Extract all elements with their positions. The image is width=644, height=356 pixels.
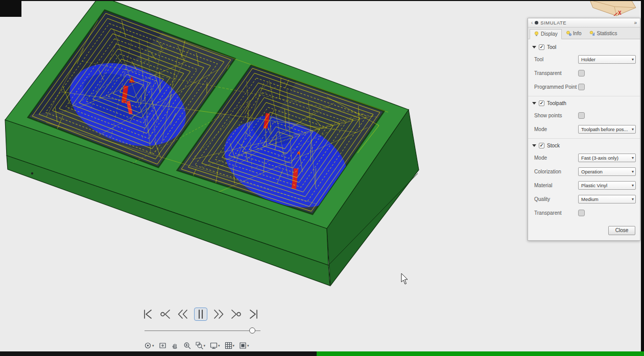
show-points-checkbox[interactable] (578, 112, 585, 119)
tab-info[interactable]: Info (562, 29, 586, 39)
step-back-button[interactable] (177, 308, 189, 320)
display-settings-icon (210, 342, 218, 349)
timeline-track[interactable] (145, 330, 260, 331)
section-header-stock[interactable]: Stock (528, 140, 640, 151)
window-corner-block (0, 0, 21, 17)
quality-select[interactable]: Medium ▾ (578, 195, 636, 204)
section-divider (528, 96, 640, 96)
viewports-icon (239, 342, 247, 349)
panel-body: Tool Tool Holder ▾ Transparent Programme… (528, 39, 640, 240)
row-programmed-point: Programmed Point (528, 80, 640, 94)
chevron-down-icon: ▾ (632, 169, 634, 174)
simulation-timeline[interactable] (145, 327, 260, 334)
section-title-tool: Tool (547, 44, 556, 50)
panel-collapse-icon[interactable]: ‹ (531, 20, 533, 26)
toolpath-mode-select[interactable]: Toolpath before pos... ▾ (578, 125, 636, 134)
panel-tabs: Display Info Statistics (528, 28, 640, 39)
colorization-value: Operation (581, 169, 632, 174)
chevron-down-icon: ▾ (632, 197, 634, 201)
viewports-button[interactable]: ▾ (238, 341, 250, 350)
colorization-select[interactable]: Operation ▾ (578, 167, 636, 176)
skip-to-end-button[interactable] (247, 308, 259, 320)
programmed-point-checkbox[interactable] (578, 84, 585, 90)
info-tab-icon (566, 31, 571, 36)
tool-transparent-label: Transparent (534, 70, 578, 76)
quality-value: Medium (581, 196, 632, 202)
grid-settings-button[interactable]: ▾ (224, 341, 235, 350)
next-operation-button[interactable] (230, 308, 242, 320)
material-value: Plastic Vinyl (581, 183, 632, 188)
pan-button[interactable] (171, 341, 179, 350)
simulate-panel-header[interactable]: ‹ SIMULATE » (528, 18, 640, 28)
collapse-triangle-icon[interactable] (532, 144, 536, 147)
material-select[interactable]: Plastic Vinyl ▾ (578, 181, 636, 190)
zoom-window-button[interactable]: ▾ (195, 341, 206, 350)
row-show-points: Show points (528, 109, 640, 122)
toolpath-mode-value: Toolpath before pos... (581, 126, 632, 132)
skip-to-end-icon (247, 308, 259, 320)
skip-to-start-button[interactable] (142, 308, 154, 320)
tab-display-label: Display (541, 31, 558, 37)
toolpath-mode-label: Mode (534, 126, 578, 132)
previous-operation-icon (159, 308, 172, 320)
tab-display[interactable]: Display (530, 29, 562, 39)
zoom-button[interactable] (183, 341, 192, 350)
stock-transparent-label: Transparent (534, 210, 578, 216)
section-header-toolpath[interactable]: Toolpath (528, 97, 640, 109)
section-title-stock: Stock (547, 143, 560, 148)
chevron-down-icon: ▾ (632, 127, 634, 132)
panel-expand-icon[interactable]: » (634, 20, 637, 26)
row-toolpath-mode: Mode Toolpath before pos... ▾ (528, 122, 640, 136)
show-points-label: Show points (534, 113, 578, 118)
stock-mode-value: Fast (3-axis only) (581, 155, 632, 161)
material-label: Material (534, 183, 578, 188)
tool-select-value: Holder (581, 57, 632, 62)
fusion-cam-simulation-window: X ‹ SIMULATE » Display (0, 0, 644, 356)
stock-section-checkbox[interactable] (539, 143, 544, 148)
pause-button[interactable] (194, 308, 207, 321)
orbit-icon (144, 342, 152, 349)
collapse-triangle-icon[interactable] (532, 46, 536, 48)
quality-label: Quality (534, 196, 578, 202)
row-quality: Quality Medium ▾ (528, 192, 640, 206)
stock-mode-label: Mode (534, 155, 578, 161)
row-stock-mode: Mode Fast (3-axis only) ▾ (528, 151, 640, 165)
view-cube[interactable]: X (590, 0, 636, 16)
dropdown-caret-icon: ▾ (204, 344, 206, 347)
simulation-progress-bar (317, 351, 644, 356)
row-tool: Tool Holder ▾ (528, 53, 640, 66)
close-button[interactable]: Close (608, 226, 635, 235)
step-forward-icon (212, 308, 225, 320)
section-header-tool[interactable]: Tool (528, 41, 640, 53)
look-at-icon (159, 342, 166, 349)
dropdown-caret-icon: ▾ (233, 344, 235, 347)
navigation-toolbar: ▾ ▾ ▾ (144, 341, 250, 350)
display-tab-icon (534, 31, 539, 37)
step-forward-button[interactable] (212, 308, 225, 320)
look-at-button[interactable] (158, 341, 167, 350)
stock-mode-select[interactable]: Fast (3-axis only) ▾ (578, 154, 636, 162)
row-tool-transparent: Transparent (528, 66, 640, 80)
pause-icon (196, 308, 206, 320)
tool-select[interactable]: Holder ▾ (578, 55, 636, 64)
chevron-down-icon: ▾ (632, 156, 634, 160)
timeline-knob[interactable] (249, 327, 255, 334)
previous-operation-button[interactable] (159, 308, 172, 320)
toolpath-section-checkbox[interactable] (539, 100, 544, 106)
tab-statistics[interactable]: Statistics (585, 29, 621, 39)
next-operation-icon (230, 308, 242, 320)
grid-settings-icon (225, 342, 232, 349)
programmed-point-label: Programmed Point (534, 84, 578, 90)
panel-status-dot-icon (535, 21, 538, 24)
tool-transparent-checkbox[interactable] (578, 70, 585, 77)
section-divider (528, 138, 640, 139)
close-button-row: Close (528, 220, 640, 236)
tool-section-checkbox[interactable] (539, 44, 544, 50)
pan-icon (171, 342, 179, 349)
chevron-down-icon: ▾ (632, 183, 634, 188)
collapse-triangle-icon[interactable] (532, 102, 536, 105)
row-colorization: Colorization Operation ▾ (528, 165, 640, 179)
stock-transparent-checkbox[interactable] (578, 210, 585, 216)
display-settings-button[interactable]: ▾ (209, 341, 221, 350)
orbit-button[interactable]: ▾ (144, 341, 155, 350)
